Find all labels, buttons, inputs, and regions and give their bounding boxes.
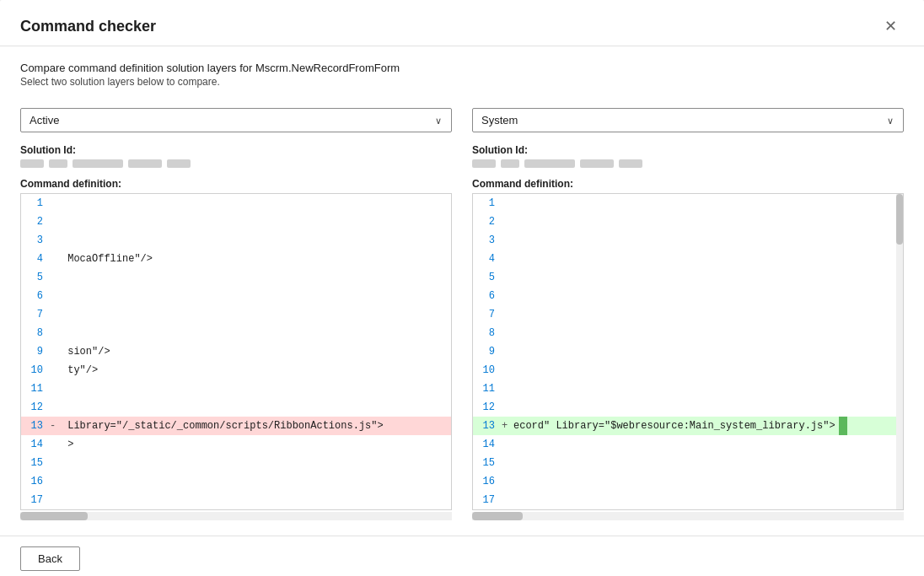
right-code-line: 2 [473, 213, 903, 231]
close-button[interactable]: ✕ [878, 15, 904, 37]
id-block-2 [49, 159, 67, 168]
left-code-line: 7 [21, 305, 451, 324]
dialog-title: Command checker [20, 18, 156, 35]
right-code-line: 9 [473, 342, 903, 361]
right-id-block-3 [524, 159, 575, 168]
right-dropdown[interactable]: Active System [472, 108, 904, 132]
left-code-line: 6 [21, 287, 451, 305]
left-code-line: 9 sion"/> [21, 342, 451, 361]
right-id-block-1 [472, 159, 496, 168]
left-command-def-label: Command definition: [20, 178, 452, 190]
line-number: 15 [476, 457, 502, 469]
line-number: 8 [24, 327, 50, 339]
line-number: 15 [24, 457, 50, 469]
id-block-5 [167, 159, 191, 168]
left-code-line: 5 [21, 268, 451, 287]
line-number: 9 [476, 346, 502, 358]
id-block-4 [128, 159, 162, 168]
line-number: 2 [476, 216, 502, 228]
right-code-line: 1 [473, 194, 903, 213]
right-id-block-2 [501, 159, 519, 168]
left-dropdown[interactable]: Active System [20, 108, 452, 132]
line-content: sion"/> [62, 346, 110, 358]
line-content: ecord" Library="$webresource:Main_system… [513, 420, 835, 432]
id-block-1 [20, 159, 44, 168]
line-number: 4 [24, 253, 50, 265]
description: Compare command definition solution laye… [20, 62, 904, 88]
left-code-line: 10 ty"/> [21, 361, 451, 380]
line-content: MocaOffline"/> [62, 253, 153, 265]
right-code-line: 6 [473, 287, 903, 305]
left-column: Active System Solution Id: Command defin… [20, 108, 452, 520]
left-code-line: 15 [21, 454, 451, 472]
right-code-line: 15 [473, 454, 903, 472]
description-title: Compare command definition solution laye… [20, 62, 904, 74]
left-code-lines: 1234 MocaOffline"/>56789 sion"/>10 ty"/>… [21, 194, 451, 509]
right-code-line: 3 [473, 231, 903, 250]
left-code-line: 1 [21, 194, 451, 213]
left-code-line: 8 [21, 324, 451, 342]
line-number: 17 [476, 494, 502, 506]
right-code-line: 4 [473, 250, 903, 268]
line-number: 13 [24, 420, 50, 432]
line-number: 6 [476, 290, 502, 302]
line-number: 3 [476, 234, 502, 246]
line-marker: + [502, 420, 513, 432]
back-button[interactable]: Back [20, 546, 80, 571]
line-number: 6 [24, 290, 50, 302]
left-solution-id-label: Solution Id: [20, 144, 452, 156]
left-horizontal-scroll[interactable] [20, 512, 452, 520]
line-number: 2 [24, 216, 50, 228]
right-dropdown-wrapper: Active System [472, 108, 904, 132]
dialog-body: Compare command definition solution laye… [0, 46, 924, 536]
left-code-line: 13- Library="/_static/_common/scripts/Ri… [21, 417, 451, 435]
line-number: 16 [476, 476, 502, 487]
compare-section: Active System Solution Id: Command defin… [20, 108, 904, 520]
line-number: 1 [24, 197, 50, 209]
left-dropdown-wrapper: Active System [20, 108, 452, 132]
right-scroll-thumb [472, 512, 523, 520]
right-code-line: 10 [473, 361, 903, 380]
left-code-area[interactable]: 1234 MocaOffline"/>56789 sion"/>10 ty"/>… [20, 193, 452, 510]
right-code-area[interactable]: 12345678910111213+ecord" Library="$webre… [472, 193, 904, 510]
left-code-line: 17 [21, 491, 451, 509]
right-id-block-5 [619, 159, 642, 168]
diff-added-marker [839, 417, 847, 435]
right-code-line: 11 [473, 380, 903, 398]
line-number: 3 [24, 234, 50, 246]
left-code-line: 12 [21, 398, 451, 417]
right-code-outer: 12345678910111213+ecord" Library="$webre… [472, 193, 904, 520]
right-command-def-label: Command definition: [472, 178, 904, 190]
line-number: 11 [476, 383, 502, 395]
line-number: 5 [476, 272, 502, 283]
right-code-line: 17 [473, 491, 903, 509]
line-number: 9 [24, 346, 50, 358]
right-horizontal-scroll[interactable] [472, 512, 904, 520]
line-number: 14 [476, 439, 502, 450]
left-solution-id-value [20, 159, 452, 168]
right-code-line: 7 [473, 305, 903, 324]
right-code-lines: 12345678910111213+ecord" Library="$webre… [473, 194, 903, 509]
line-number: 17 [24, 494, 50, 506]
line-number: 5 [24, 272, 50, 283]
right-scrollbar[interactable] [896, 194, 903, 509]
line-number: 14 [24, 439, 50, 450]
left-code-outer: 1234 MocaOffline"/>56789 sion"/>10 ty"/>… [20, 193, 452, 520]
line-number: 8 [476, 327, 502, 339]
line-content: > [62, 439, 73, 450]
right-solution-id-value [472, 159, 904, 168]
line-content: Library="/_static/_common/scripts/Ribbon… [62, 420, 384, 432]
description-subtitle: Select two solution layers below to comp… [20, 76, 904, 88]
line-number: 4 [476, 253, 502, 265]
right-solution-id-label: Solution Id: [472, 144, 904, 156]
right-id-block-4 [580, 159, 614, 168]
left-code-line: 11 [21, 380, 451, 398]
command-checker-dialog: Command checker ✕ Compare command defini… [0, 0, 924, 576]
right-column: Active System Solution Id: Command defin… [472, 108, 904, 520]
dialog-header: Command checker ✕ [0, 0, 924, 46]
right-code-line: 12 [473, 398, 903, 417]
right-code-line: 5 [473, 268, 903, 287]
left-code-line: 4 MocaOffline"/> [21, 250, 451, 268]
line-number: 12 [24, 401, 50, 413]
line-marker: - [50, 420, 62, 432]
